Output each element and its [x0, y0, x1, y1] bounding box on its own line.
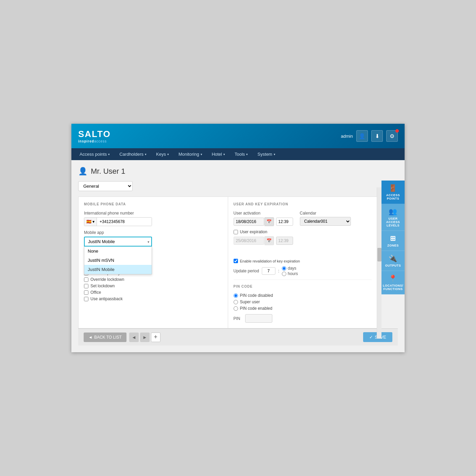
pin-input[interactable] [245, 314, 272, 323]
activation-label: User activation [234, 211, 293, 216]
update-period-input[interactable] [262, 267, 275, 275]
superuser-label[interactable]: Super user [234, 300, 372, 304]
page-title-row: 👤 Mr. User 1 [78, 167, 398, 176]
pin-disabled-text: PIN code disabled [240, 293, 273, 298]
dropdown-option-msvm[interactable]: JustIN mSVN [84, 256, 152, 265]
expiration-date-row: 📅 [234, 236, 293, 245]
notifications-button[interactable]: ⚙ [386, 130, 398, 142]
admin-label: admin [341, 134, 353, 139]
lockdown-checkbox[interactable] [84, 277, 88, 282]
user-expiration-checkbox[interactable] [234, 230, 238, 234]
chevron-down-icon: ▾ [201, 153, 202, 156]
sidebar-btn-label-locations: LOCATIONS/ FUNCTIONS [383, 284, 403, 291]
flag-caret: ▾ [92, 219, 95, 224]
scroll-area[interactable] [377, 187, 381, 339]
sidebar-btn-label-ual: USER ACCESS LEVELS [383, 217, 403, 227]
checkbox-antipassback: Use antipassback [84, 296, 222, 301]
mobile-app-dropdown: None JustIN mSVN JustIN Mobile ▾ None Ju… [84, 237, 152, 247]
sidebar-btn-label-access-points: ACCESS POINTS [383, 193, 403, 200]
nav-item-tools[interactable]: Tools ▾ [230, 148, 253, 160]
nav-item-system[interactable]: System ▾ [253, 148, 280, 160]
sidebar-btn-label-zones: ZONES [383, 244, 403, 247]
sidebar-btn-outputs[interactable]: 🔌 OUTPUTS [381, 251, 405, 271]
pin-label: PIN [234, 316, 242, 321]
nav-item-cardholders[interactable]: Cardholders ▾ [115, 148, 151, 160]
checkbox-setlockdown: Set lockdown [84, 284, 222, 288]
user-profile-button[interactable]: 👤 [356, 130, 368, 142]
mobile-app-label: Mobile app [84, 230, 222, 235]
back-arrow-icon: ◄ [88, 335, 92, 340]
chevron-down-icon: ▾ [274, 153, 275, 156]
back-to-list-button[interactable]: ◄ BACK TO LIST [84, 333, 126, 342]
bottom-left: ◄ BACK TO LIST ◄ ► + [84, 333, 160, 342]
nav-item-hotel[interactable]: Hotel ▾ [207, 148, 230, 160]
revalidation-checkbox[interactable] [234, 259, 238, 263]
superuser-text: Super user [240, 300, 260, 304]
nav-button-group: ◄ ► + [129, 333, 160, 342]
expiration-calendar-icon: 📅 [265, 236, 274, 245]
page-title: Mr. User 1 [91, 167, 125, 176]
expiration-time-input[interactable] [276, 237, 293, 245]
page-content: 👤 Mr. User 1 General Advanced Custom MOB… [71, 160, 405, 352]
dropdown-options-list: None JustIN mSVN JustIN Mobile [84, 247, 152, 274]
revalidation-label: Enable revalidation of key expiration [240, 259, 300, 263]
app-container: SALTO inspiredaccess admin 👤 ⬇ ⚙ Access … [71, 124, 405, 352]
calendar-icon-btn[interactable]: 📅 [265, 217, 274, 226]
prev-button[interactable]: ◄ [129, 333, 139, 342]
setlockdown-label: Set lockdown [90, 284, 115, 288]
pin-enabled-radio[interactable] [234, 306, 238, 311]
sidebar-btn-locations[interactable]: 📍 LOCATIONS/ FUNCTIONS [381, 271, 405, 294]
expiration-section-title: USER AND KEY EXPIRATION [234, 202, 372, 206]
colon: : [278, 269, 279, 273]
add-button[interactable]: + [151, 333, 160, 342]
user-icon: 👤 [78, 167, 87, 176]
logo-salto: SALTO [78, 129, 111, 139]
activation-time-input[interactable] [276, 218, 293, 226]
next-button[interactable]: ► [140, 333, 150, 342]
save-check-icon: ✓ [369, 335, 373, 340]
hours-label: hours [288, 271, 298, 276]
notification-badge [395, 129, 399, 133]
hours-radio[interactable] [282, 272, 286, 276]
form-right: USER AND KEY EXPIRATION User activation … [228, 197, 377, 328]
days-radio[interactable] [282, 266, 286, 271]
bottom-bar: ◄ BACK TO LIST ◄ ► + ✓ SAVE [78, 328, 398, 345]
sidebar-btn-access-points[interactable]: 🚪 ACCESS POINTS [381, 181, 405, 204]
nav-item-monitoring[interactable]: Monitoring ▾ [174, 148, 207, 160]
nav-bar: Access points ▾ Cardholders ▾ Keys ▾ Mon… [71, 148, 405, 160]
flag-selector[interactable]: 🇪🇸 ▾ [84, 218, 97, 226]
general-select[interactable]: General Advanced Custom [78, 181, 133, 191]
office-label: Office [90, 290, 101, 295]
pin-disabled-label[interactable]: PIN code disabled [234, 293, 372, 298]
setlockdown-checkbox[interactable] [84, 284, 88, 288]
superuser-radio[interactable] [234, 300, 238, 304]
sidebar-btn-zones[interactable]: ⊞ ZONES [381, 231, 405, 251]
update-period-row: Update period : days hours [234, 266, 372, 276]
dropdown-option-none[interactable]: None [84, 247, 152, 256]
chevron-down-icon: ▾ [167, 153, 169, 156]
checkbox-office: Office [84, 290, 222, 295]
mobile-app-select[interactable]: None JustIN mSVN JustIN Mobile [84, 237, 152, 247]
nav-item-access-points[interactable]: Access points ▾ [75, 148, 115, 160]
sidebar-btn-user-access-levels[interactable]: 👥 USER ACCESS LEVELS [381, 204, 405, 231]
dropdown-option-mobile[interactable]: JustIN Mobile [84, 265, 152, 274]
phone-input[interactable] [97, 218, 152, 226]
logo-area: SALTO inspiredaccess [78, 129, 111, 143]
antipassback-label: Use antipassback [90, 296, 123, 301]
period-radio-group: days hours [282, 266, 298, 276]
pin-disabled-radio[interactable] [234, 293, 238, 298]
nav-item-keys[interactable]: Keys ▾ [151, 148, 174, 160]
download-button[interactable]: ⬇ [371, 130, 383, 142]
sidebar-right: 🚪 ACCESS POINTS 👥 USER ACCESS LEVELS ⊞ Z… [381, 181, 405, 294]
flag-icon: 🇪🇸 [86, 219, 91, 224]
office-checkbox[interactable] [84, 290, 88, 295]
checkbox-lockdown: Override lockdown [84, 277, 222, 282]
activation-date-input[interactable] [234, 218, 264, 226]
calendar-select[interactable]: Calendar001 Calendar002 None [300, 217, 351, 226]
locations-icon: 📍 [383, 274, 403, 283]
calendar-label: Calendar [300, 211, 351, 216]
antipassback-checkbox[interactable] [84, 297, 88, 301]
form-left: MOBILE PHONE DATA International phone nu… [79, 197, 228, 328]
pin-enabled-label[interactable]: PIN code enabled [234, 306, 372, 311]
expiration-date-input[interactable] [234, 237, 264, 245]
